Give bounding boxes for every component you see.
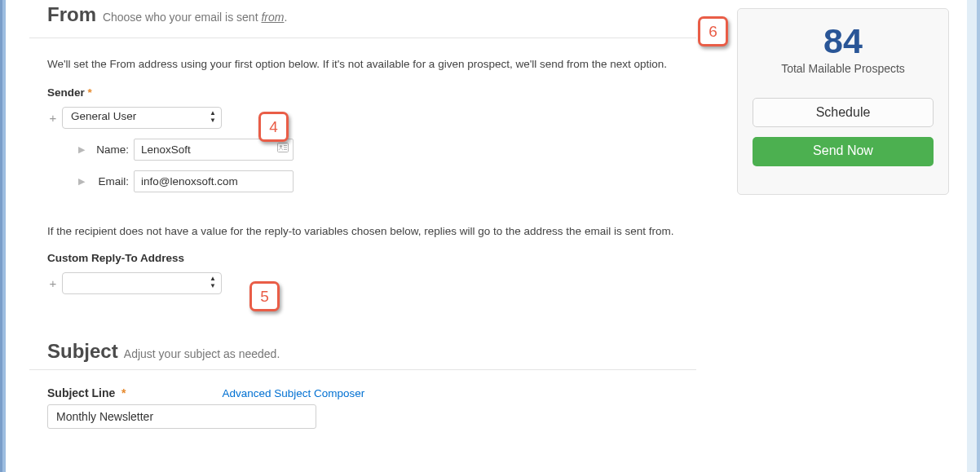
- window-right-edge: [977, 0, 980, 472]
- callout-5: 5: [249, 281, 280, 311]
- add-sender-button[interactable]: +: [47, 111, 59, 125]
- reply-helper-text: If the recipient does not have a value f…: [47, 225, 678, 237]
- add-reply-button[interactable]: +: [47, 276, 59, 290]
- subject-line-input[interactable]: [47, 404, 316, 429]
- window-right-inner-edge: [967, 0, 977, 472]
- from-subtitle-em: from: [261, 11, 284, 24]
- summary-card: 84 Total Mailable Prospects Schedule Sen…: [737, 8, 949, 195]
- callout-6: 6: [698, 16, 728, 46]
- required-icon: *: [88, 86, 92, 99]
- reply-select[interactable]: ▲▼: [62, 272, 222, 294]
- subject-subtitle: Adjust your subject as needed.: [124, 347, 280, 360]
- subject-title: Subject: [47, 340, 118, 363]
- from-subtitle-prefix: Choose who your email is sent: [103, 11, 262, 24]
- sender-select[interactable]: General User ▲▼: [62, 107, 222, 129]
- subject-line-label: Subject Line *: [47, 386, 126, 399]
- chevron-right-icon: ▶: [78, 176, 85, 187]
- chevron-right-icon: ▶: [78, 144, 85, 155]
- subject-line-label-text: Subject Line: [47, 386, 115, 399]
- sender-email-input[interactable]: [134, 170, 294, 192]
- reply-select-value: [62, 272, 222, 294]
- advanced-subject-link[interactable]: Advanced Subject Composer: [222, 387, 364, 399]
- reply-label: Custom Reply-To Address: [47, 252, 678, 264]
- from-title: From: [47, 3, 96, 26]
- from-section-header: From Choose who your email is sent from.: [29, 0, 696, 38]
- subject-section-header: Subject Adjust your subject as needed.: [29, 312, 696, 370]
- callout-4: 4: [258, 112, 289, 142]
- sender-name-input[interactable]: [134, 139, 294, 161]
- from-subtitle-suffix: .: [284, 11, 287, 24]
- window-left-edge: [0, 0, 6, 472]
- sender-select-value: General User: [62, 107, 222, 129]
- send-now-button[interactable]: Send Now: [753, 137, 934, 166]
- prospect-count: 84: [753, 22, 934, 60]
- schedule-button[interactable]: Schedule: [753, 98, 934, 127]
- name-label: Name:: [90, 143, 129, 156]
- prospect-count-label: Total Mailable Prospects: [753, 62, 934, 75]
- required-icon: *: [118, 386, 126, 399]
- from-subtitle: Choose who your email is sent from.: [103, 11, 287, 24]
- sender-label-row: Sender *: [47, 86, 678, 99]
- email-label: Email:: [90, 175, 129, 187]
- from-intro: We'll set the From address using your fi…: [47, 58, 678, 70]
- sender-label: Sender: [47, 86, 85, 99]
